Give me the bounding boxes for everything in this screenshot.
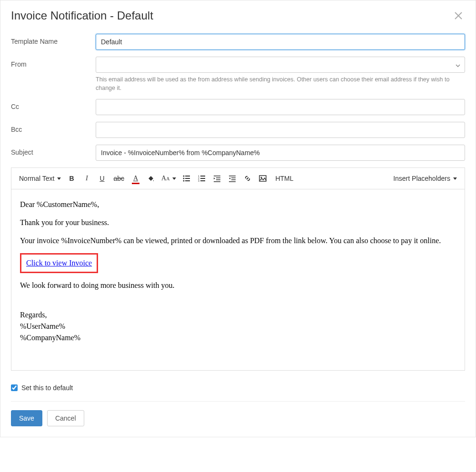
cancel-button[interactable]: Cancel — [47, 410, 84, 426]
font-color-indicator-icon — [132, 183, 139, 184]
link-button[interactable] — [241, 172, 254, 185]
indent-icon — [213, 175, 221, 182]
body-username: %UserName% — [20, 321, 456, 332]
body-closing: We look forward to doing more business w… — [20, 280, 456, 291]
set-default-label: Set this to default — [21, 384, 73, 392]
svg-rect-9 — [200, 176, 205, 177]
close-button[interactable] — [452, 9, 465, 22]
indent-button[interactable] — [210, 172, 224, 185]
cc-row: Cc — [11, 99, 465, 115]
format-dropdown[interactable]: Normal Text — [17, 175, 63, 182]
bcc-row: Bcc — [11, 122, 465, 138]
bcc-label: Bcc — [11, 122, 96, 133]
svg-rect-18 — [229, 176, 236, 177]
editor-toolbar: Normal Text B I U abc A AA — [11, 168, 465, 189]
cc-label: Cc — [11, 99, 96, 110]
font-color-button[interactable]: A — [129, 172, 142, 185]
svg-rect-17 — [214, 181, 220, 182]
svg-point-2 — [183, 176, 185, 177]
underline-button[interactable]: U — [95, 172, 109, 185]
modal-dialog: Invoice Notification - Default Template … — [0, 0, 476, 437]
svg-rect-19 — [231, 177, 236, 178]
subject-row: Subject — [11, 145, 465, 161]
template-name-input[interactable] — [96, 34, 465, 50]
caret-down-icon — [453, 177, 457, 180]
template-name-label: Template Name — [11, 34, 96, 45]
html-button[interactable]: HTML — [271, 172, 297, 185]
svg-point-6 — [183, 180, 185, 182]
body-thanks: Thank you for your business. — [20, 217, 456, 228]
editor-content[interactable]: Dear %CustomerName%, Thank you for your … — [11, 189, 465, 370]
close-icon — [454, 11, 463, 20]
svg-rect-21 — [229, 181, 236, 182]
list-bullet-icon — [183, 175, 190, 182]
footer-divider — [11, 401, 465, 402]
caret-down-icon — [172, 177, 176, 180]
svg-rect-14 — [214, 176, 220, 177]
svg-rect-16 — [216, 179, 220, 180]
image-button[interactable] — [256, 172, 269, 185]
body-regards: Regards, — [20, 309, 456, 321]
svg-rect-5 — [185, 178, 190, 179]
from-label: From — [11, 57, 96, 68]
modal-header: Invoice Notification - Default — [0, 0, 476, 34]
font-size-dropdown[interactable]: AA — [159, 175, 178, 182]
save-button[interactable]: Save — [11, 410, 42, 426]
italic-button[interactable]: I — [80, 172, 93, 185]
rich-text-editor: Normal Text B I U abc A AA — [11, 167, 465, 371]
list-number-icon: 123 — [198, 175, 206, 182]
background-color-button[interactable] — [144, 172, 158, 185]
strikethrough-button[interactable]: abc — [110, 172, 127, 185]
ordered-list-button[interactable]: 123 — [195, 172, 208, 185]
caret-down-icon — [57, 177, 61, 180]
from-help-text: This email address will be used as the f… — [96, 76, 465, 92]
modal-title: Invoice Notification - Default — [11, 9, 153, 22]
link-icon — [244, 175, 251, 182]
svg-rect-15 — [216, 177, 220, 178]
view-invoice-link[interactable]: Click to view Invoice — [26, 259, 92, 267]
paint-bucket-icon — [147, 175, 155, 182]
default-checkbox-row: Set this to default — [11, 384, 465, 392]
set-default-checkbox[interactable] — [11, 384, 18, 391]
svg-text:3: 3 — [198, 179, 199, 182]
svg-point-4 — [183, 178, 185, 179]
template-name-row: Template Name — [11, 34, 465, 50]
outdent-button[interactable] — [226, 172, 239, 185]
from-row: From This email address will be used as … — [11, 57, 465, 92]
subject-label: Subject — [11, 145, 96, 156]
body-company: %CompanyName% — [20, 332, 456, 344]
button-row: Save Cancel — [11, 410, 465, 426]
bold-button[interactable]: B — [65, 172, 78, 185]
body-greeting: Dear %CustomerName%, — [20, 199, 456, 210]
outdent-icon — [228, 175, 236, 182]
svg-rect-11 — [200, 178, 205, 179]
from-select[interactable] — [96, 57, 465, 73]
svg-rect-7 — [185, 180, 190, 181]
body-invoice-info: Your invoice %InvoiceNumber% can be view… — [20, 235, 456, 246]
unordered-list-button[interactable] — [180, 172, 193, 185]
modal-body: Template Name From This email address wi… — [0, 34, 476, 437]
cc-input[interactable] — [96, 99, 465, 115]
insert-placeholders-dropdown[interactable]: Insert Placeholders — [391, 175, 459, 182]
svg-rect-3 — [185, 176, 190, 177]
svg-rect-13 — [200, 180, 205, 181]
subject-input[interactable] — [96, 145, 465, 161]
image-icon — [259, 175, 267, 182]
svg-rect-20 — [231, 179, 236, 180]
invoice-link-highlight: Click to view Invoice — [20, 253, 98, 273]
bcc-input[interactable] — [96, 122, 465, 138]
